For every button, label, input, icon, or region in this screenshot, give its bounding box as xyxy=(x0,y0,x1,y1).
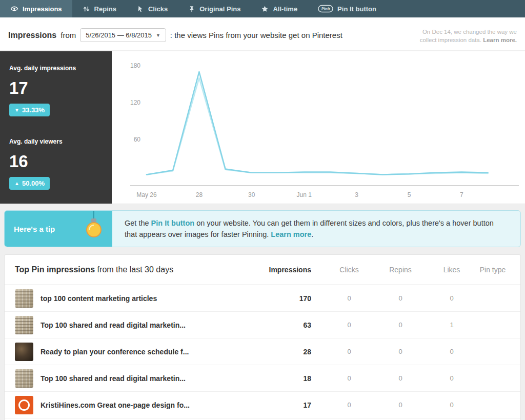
stat-label: Avg. daily viewers xyxy=(9,138,103,145)
svg-text:120: 120 xyxy=(130,99,140,106)
svg-text:May 26: May 26 xyxy=(136,191,157,198)
column-header-pin-type[interactable]: Pin type xyxy=(477,266,508,274)
tab-impressions[interactable]: Impressions xyxy=(0,0,72,17)
pin-repins: 0 xyxy=(375,321,426,329)
pin-title[interactable]: Top 100 shared and read digital marketin… xyxy=(41,374,267,383)
page-title: Impressions xyxy=(8,31,56,40)
tab-pin-it-button[interactable]: Pinit Pin It button xyxy=(308,0,387,17)
tab-label: Impressions xyxy=(23,5,62,13)
pin-likes: 1 xyxy=(426,321,477,329)
pin-impressions: 170 xyxy=(267,294,311,303)
tab-all-time[interactable]: All-time xyxy=(251,0,308,17)
tab-label: Clicks xyxy=(148,5,168,13)
pin-impressions: 17 xyxy=(267,401,311,409)
svg-text:60: 60 xyxy=(134,136,141,143)
tab-original-pins[interactable]: Original Pins xyxy=(178,0,251,17)
pin-likes: 0 xyxy=(426,348,477,355)
pin-impressions: 18 xyxy=(267,374,311,383)
pin-repins: 0 xyxy=(375,294,426,302)
analytics-nav: Impressions Repins Clicks Original Pins … xyxy=(0,0,525,17)
pin-clicks: 0 xyxy=(324,321,375,329)
pushpin-icon xyxy=(188,5,195,13)
note-learn-more-link[interactable]: Learn more. xyxy=(483,37,517,43)
svg-text:Jun 1: Jun 1 xyxy=(297,191,312,198)
summary-stats-panel: Avg. daily impressions 17 ▼ 33.33% Avg. … xyxy=(0,51,112,204)
from-label: from xyxy=(60,31,76,39)
pin-impressions: 28 xyxy=(267,348,311,356)
stat-label: Avg. daily impressions xyxy=(9,65,103,72)
tab-label: Original Pins xyxy=(199,5,240,13)
table-row[interactable]: KristiHines.com Great one-page design fo… xyxy=(5,392,520,418)
pin-clicks: 0 xyxy=(324,401,375,409)
table-header: Top Pin impressions from the last 30 day… xyxy=(5,255,520,285)
star-icon xyxy=(261,5,269,13)
pin-clicks: 0 xyxy=(324,374,375,382)
stat-value: 16 xyxy=(9,152,103,171)
svg-text:3: 3 xyxy=(355,191,358,198)
date-range-dropdown[interactable]: 5/26/2015 — 6/8/2015 ▼ xyxy=(80,28,166,42)
svg-text:180: 180 xyxy=(130,62,140,69)
svg-text:28: 28 xyxy=(196,191,203,198)
pin-repins: 0 xyxy=(375,348,426,355)
change-value: 33.33% xyxy=(22,106,45,114)
tab-clicks[interactable]: Clicks xyxy=(127,0,178,17)
pin-title[interactable]: top 100 content marketing articles xyxy=(41,294,267,303)
pin-clicks: 0 xyxy=(324,294,375,302)
lightbulb-icon xyxy=(84,211,104,247)
pin-thumbnail xyxy=(15,369,33,388)
learn-more-link[interactable]: Learn more xyxy=(271,230,311,238)
page-header: Impressions from 5/26/2015 — 6/8/2015 ▼ … xyxy=(0,17,525,50)
table-row[interactable]: Top 100 shared and read digital marketin… xyxy=(5,312,520,338)
pin-repins: 0 xyxy=(375,374,426,382)
svg-text:7: 7 xyxy=(460,191,463,198)
change-badge: ▼ 33.33% xyxy=(9,104,50,116)
table-row[interactable]: Top 100 shared and read digital marketin… xyxy=(5,365,520,392)
column-header-likes[interactable]: Likes xyxy=(426,266,477,274)
pin-it-button-link[interactable]: Pin It button xyxy=(151,219,195,227)
pin-clicks: 0 xyxy=(324,348,375,355)
pin-title[interactable]: KristiHines.com Great one-page design fo… xyxy=(41,401,267,409)
tip-label-block: Here's a tip xyxy=(5,211,112,247)
impressions-chart-section: Avg. daily impressions 17 ▼ 33.33% Avg. … xyxy=(0,51,525,204)
table-row[interactable]: top 100 content marketing articles 170 0… xyxy=(5,285,520,312)
change-value: 50.00% xyxy=(22,179,45,187)
date-range-value: 5/26/2015 — 6/8/2015 xyxy=(86,31,152,39)
pin-thumbnail xyxy=(15,316,33,334)
avg-daily-impressions-stat: Avg. daily impressions 17 ▼ 33.33% xyxy=(9,65,103,116)
eye-icon xyxy=(10,5,18,13)
pin-impressions: 63 xyxy=(267,321,311,329)
chevron-down-icon: ▼ xyxy=(156,33,160,38)
avg-daily-viewers-stat: Avg. daily viewers 16 ▲ 50.00% xyxy=(9,138,103,190)
cursor-icon xyxy=(137,5,144,13)
svg-text:5: 5 xyxy=(408,191,411,198)
pin-repins: 0 xyxy=(375,401,426,409)
table-title: Top Pin impressions from the last 30 day… xyxy=(15,265,267,274)
pin-likes: 0 xyxy=(426,374,477,382)
tab-repins[interactable]: Repins xyxy=(72,0,127,17)
stat-value: 17 xyxy=(9,78,103,98)
pin-likes: 0 xyxy=(426,294,477,302)
column-header-repins[interactable]: Repins xyxy=(375,266,426,274)
svg-text:30: 30 xyxy=(248,191,255,198)
impressions-line-chart: 60120180May 262830Jun 1357 xyxy=(112,51,525,204)
pin-title[interactable]: Top 100 shared and read digital marketin… xyxy=(41,321,267,329)
table-row[interactable]: Ready to plan your conference schedule f… xyxy=(5,338,520,365)
pin-title[interactable]: Ready to plan your conference schedule f… xyxy=(41,348,267,356)
tip-label: Here's a tip xyxy=(14,225,55,233)
tip-banner: Here's a tip Get the Pin It button on yo… xyxy=(4,210,521,247)
pin-thumbnail xyxy=(15,396,33,414)
column-header-clicks[interactable]: Clicks xyxy=(324,266,375,274)
svg-text:Pinit: Pinit xyxy=(321,6,331,11)
pin-likes: 0 xyxy=(426,401,477,409)
tab-label: Pin It button xyxy=(337,5,376,13)
pin-thumbnail xyxy=(15,289,33,308)
change-badge: ▲ 50.00% xyxy=(9,177,50,190)
tab-label: All-time xyxy=(273,5,297,13)
arrow-up-icon: ▲ xyxy=(14,181,19,186)
column-header-impressions[interactable]: Impressions xyxy=(267,266,311,274)
tab-label: Repins xyxy=(94,5,116,13)
page-subtitle: : the views Pins from your website get o… xyxy=(170,31,342,39)
tip-text: Get the Pin It button on your website. Y… xyxy=(112,211,520,247)
pinit-badge-icon: Pinit xyxy=(318,5,333,13)
arrow-down-icon: ▼ xyxy=(14,107,19,113)
